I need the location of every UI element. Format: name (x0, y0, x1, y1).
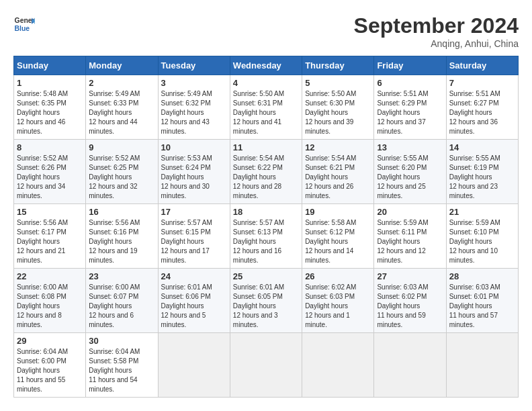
day-number: 20 (377, 207, 443, 217)
daylight-label: Daylight hours (89, 173, 132, 181)
day-number: 14 (449, 142, 515, 152)
daylight-label: Daylight hours (161, 302, 204, 310)
daylight-value: 12 hours and 6 minutes. (89, 312, 134, 328)
table-row: 4 Sunrise: 5:50 AM Sunset: 6:31 PM Dayli… (230, 75, 302, 140)
daylight-label: Daylight hours (233, 109, 276, 116)
day-info: Sunrise: 5:56 AM Sunset: 6:17 PM Dayligh… (17, 218, 83, 265)
day-number: 13 (377, 142, 443, 152)
day-number: 1 (17, 78, 83, 88)
sunrise-label: Sunrise: 5:53 AM (161, 154, 212, 162)
sunrise-label: Sunrise: 6:04 AM (17, 348, 68, 355)
sunrise-label: Sunrise: 5:57 AM (161, 219, 212, 226)
day-info: Sunrise: 5:51 AM Sunset: 6:29 PM Dayligh… (377, 89, 443, 136)
sunrise-label: Sunrise: 6:04 AM (89, 348, 140, 355)
daylight-label: Daylight hours (17, 173, 60, 181)
table-row: 6 Sunrise: 5:51 AM Sunset: 6:29 PM Dayli… (374, 75, 446, 140)
day-info: Sunrise: 6:01 AM Sunset: 6:05 PM Dayligh… (233, 283, 299, 330)
day-number: 23 (89, 271, 154, 281)
day-number: 6 (377, 78, 443, 88)
col-friday: Friday (374, 56, 446, 75)
day-number: 29 (17, 336, 83, 346)
calendar-table: Sunday Monday Tuesday Wednesday Thursday… (13, 56, 519, 398)
sunrise-label: Sunrise: 5:52 AM (89, 154, 140, 162)
daylight-value: 12 hours and 14 minutes. (305, 247, 353, 264)
day-number: 8 (17, 142, 83, 152)
col-thursday: Thursday (302, 56, 374, 75)
day-info: Sunrise: 5:49 AM Sunset: 6:32 PM Dayligh… (161, 89, 227, 136)
day-info: Sunrise: 5:50 AM Sunset: 6:30 PM Dayligh… (305, 89, 371, 136)
col-tuesday: Tuesday (158, 56, 230, 75)
table-row: 9 Sunrise: 5:52 AM Sunset: 6:25 PM Dayli… (86, 140, 158, 204)
daylight-value: 12 hours and 1 minute. (305, 312, 350, 328)
sunset-label: Sunset: 6:11 PM (377, 228, 427, 236)
sunset-label: Sunset: 6:03 PM (305, 293, 355, 300)
sunrise-label: Sunrise: 5:51 AM (449, 90, 500, 97)
day-info: Sunrise: 5:59 AM Sunset: 6:10 PM Dayligh… (449, 218, 515, 265)
sunset-label: Sunset: 6:01 PM (449, 293, 499, 300)
sunrise-label: Sunrise: 5:50 AM (233, 90, 284, 97)
day-number: 2 (89, 78, 154, 88)
day-info: Sunrise: 6:00 AM Sunset: 6:07 PM Dayligh… (89, 283, 154, 330)
table-row (374, 333, 446, 398)
daylight-value: 12 hours and 3 minutes. (233, 312, 278, 328)
day-number: 5 (305, 78, 371, 88)
table-row: 18 Sunrise: 5:57 AM Sunset: 6:13 PM Dayl… (230, 204, 302, 269)
table-row: 11 Sunrise: 5:54 AM Sunset: 6:22 PM Dayl… (230, 140, 302, 204)
sunrise-label: Sunrise: 5:56 AM (17, 219, 68, 226)
day-number: 17 (161, 207, 227, 217)
logo: General Blue (13, 13, 35, 35)
sunrise-label: Sunrise: 5:50 AM (305, 90, 356, 97)
daylight-label: Daylight hours (17, 367, 60, 374)
daylight-label: Daylight hours (449, 109, 492, 116)
daylight-value: 12 hours and 32 minutes. (89, 183, 137, 199)
sunset-label: Sunset: 6:32 PM (161, 99, 211, 107)
table-row: 8 Sunrise: 5:52 AM Sunset: 6:26 PM Dayli… (14, 140, 86, 204)
day-info: Sunrise: 5:52 AM Sunset: 6:25 PM Dayligh… (89, 154, 154, 201)
day-info: Sunrise: 5:49 AM Sunset: 6:33 PM Dayligh… (89, 89, 154, 136)
daylight-label: Daylight hours (233, 238, 276, 245)
day-number: 18 (233, 207, 299, 217)
daylight-label: Daylight hours (17, 302, 60, 310)
day-number: 3 (161, 78, 227, 88)
sunset-label: Sunset: 6:13 PM (233, 228, 283, 236)
col-saturday: Saturday (446, 56, 518, 75)
sunrise-label: Sunrise: 6:00 AM (89, 283, 140, 291)
sunrise-label: Sunrise: 6:00 AM (17, 283, 68, 291)
page-header: General Blue September 2024 Anqing, Anhu… (13, 13, 519, 49)
table-row (302, 333, 374, 398)
daylight-value: 12 hours and 46 minutes. (17, 118, 65, 135)
header-row: Sunday Monday Tuesday Wednesday Thursday… (14, 56, 519, 75)
daylight-value: 12 hours and 25 minutes. (377, 183, 425, 199)
table-row: 10 Sunrise: 5:53 AM Sunset: 6:24 PM Dayl… (158, 140, 230, 204)
daylight-value: 11 hours and 59 minutes. (377, 312, 425, 328)
daylight-value: 12 hours and 17 minutes. (161, 247, 210, 264)
table-row: 15 Sunrise: 5:56 AM Sunset: 6:17 PM Dayl… (14, 204, 86, 269)
day-info: Sunrise: 6:03 AM Sunset: 6:02 PM Dayligh… (377, 283, 443, 330)
sunset-label: Sunset: 6:19 PM (449, 164, 499, 171)
daylight-label: Daylight hours (449, 173, 492, 181)
table-row: 17 Sunrise: 5:57 AM Sunset: 6:15 PM Dayl… (158, 204, 230, 269)
daylight-label: Daylight hours (377, 238, 420, 245)
table-row (230, 333, 302, 398)
table-row: 12 Sunrise: 5:54 AM Sunset: 6:21 PM Dayl… (302, 140, 374, 204)
day-info: Sunrise: 5:53 AM Sunset: 6:24 PM Dayligh… (161, 154, 227, 201)
table-row: 2 Sunrise: 5:49 AM Sunset: 6:33 PM Dayli… (86, 75, 158, 140)
sunset-label: Sunset: 6:26 PM (17, 164, 66, 171)
logo-icon: General Blue (13, 13, 35, 35)
day-info: Sunrise: 5:55 AM Sunset: 6:19 PM Dayligh… (449, 154, 515, 201)
sunrise-label: Sunrise: 5:49 AM (161, 90, 212, 97)
calendar-row: 15 Sunrise: 5:56 AM Sunset: 6:17 PM Dayl… (14, 204, 519, 269)
table-row: 19 Sunrise: 5:58 AM Sunset: 6:12 PM Dayl… (302, 204, 374, 269)
sunset-label: Sunset: 6:05 PM (233, 293, 283, 300)
table-row: 23 Sunrise: 6:00 AM Sunset: 6:07 PM Dayl… (86, 269, 158, 333)
daylight-value: 12 hours and 30 minutes. (161, 183, 210, 199)
daylight-value: 12 hours and 19 minutes. (89, 247, 137, 264)
day-number: 7 (449, 78, 515, 88)
day-info: Sunrise: 6:01 AM Sunset: 6:06 PM Dayligh… (161, 283, 227, 330)
sunrise-label: Sunrise: 5:54 AM (305, 154, 356, 162)
sunset-label: Sunset: 6:10 PM (449, 228, 499, 236)
sunset-label: Sunset: 6:30 PM (305, 99, 355, 107)
sunrise-label: Sunrise: 6:01 AM (161, 283, 212, 291)
daylight-label: Daylight hours (377, 173, 420, 181)
sunrise-label: Sunrise: 5:52 AM (17, 154, 68, 162)
